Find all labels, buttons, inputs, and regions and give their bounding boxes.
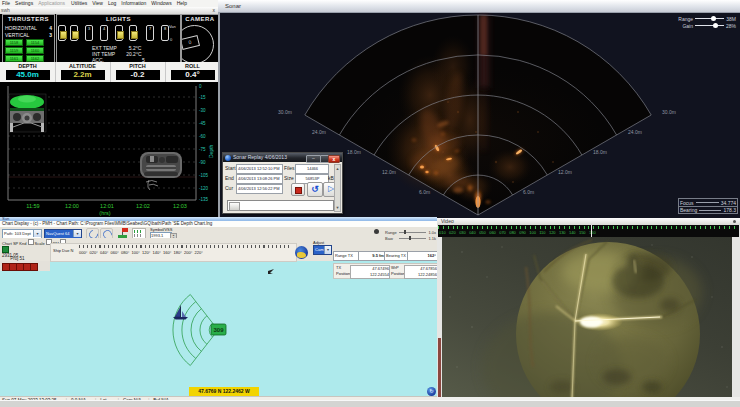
svg-text:12:03: 12:03 <box>173 203 187 209</box>
svg-text:18.0m: 18.0m <box>347 149 361 155</box>
svg-text:30.0m: 30.0m <box>662 109 676 115</box>
svg-text:0: 0 <box>199 84 202 89</box>
svg-text:6.0m: 6.0m <box>419 189 430 195</box>
svg-text:18.0m: 18.0m <box>593 149 607 155</box>
svg-text:24.0m: 24.0m <box>312 129 326 135</box>
svg-text:-135: -135 <box>199 197 209 202</box>
svg-text:6.0m: 6.0m <box>523 189 534 195</box>
svg-text:-90: -90 <box>199 160 206 165</box>
svg-text:(hrs): (hrs) <box>99 210 110 216</box>
svg-text:12.0m: 12.0m <box>382 169 396 175</box>
svg-text:-105: -105 <box>199 173 209 178</box>
svg-text:12:01: 12:01 <box>100 203 114 209</box>
svg-text:30.0m: 30.0m <box>278 109 292 115</box>
svg-text:-15: -15 <box>199 95 206 100</box>
svg-text:Depth: Depth <box>208 144 214 158</box>
svg-text:11:59: 11:59 <box>26 203 39 209</box>
svg-text:-45: -45 <box>199 121 206 126</box>
svg-text:-60: -60 <box>199 134 206 139</box>
svg-text:24.0m: 24.0m <box>628 129 642 135</box>
svg-text:12:02: 12:02 <box>136 203 150 209</box>
svg-text:-120: -120 <box>199 186 209 191</box>
svg-text:12:00: 12:00 <box>65 203 79 209</box>
svg-text:-30: -30 <box>199 108 206 113</box>
svg-text:12.0m: 12.0m <box>558 169 572 175</box>
svg-text:309: 309 <box>213 327 224 333</box>
svg-text:-75: -75 <box>199 147 206 152</box>
